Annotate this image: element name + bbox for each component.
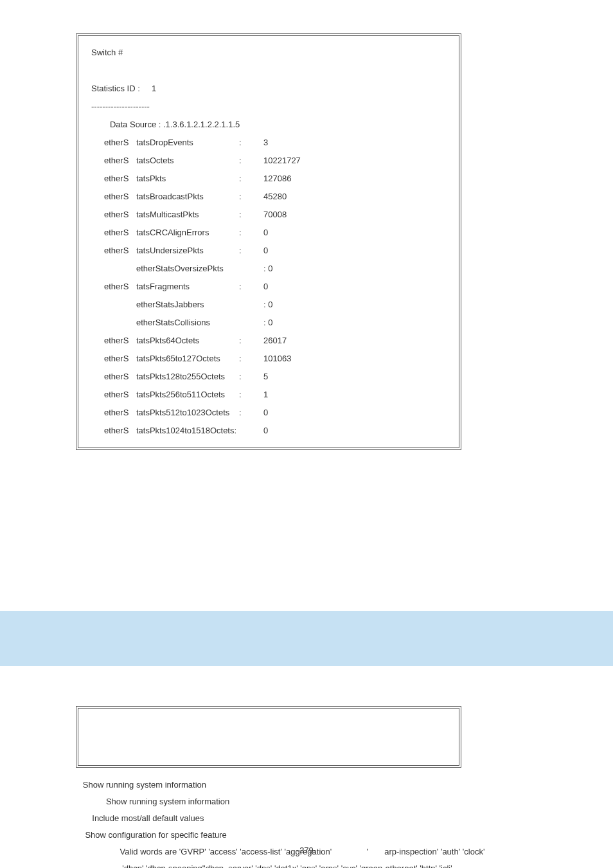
table-row: etherStatsUndersizePkts: 0 [91, 244, 452, 262]
table-row: etherStatsMulticastPkts: 70008 [91, 208, 452, 226]
table-row: etherStatsDropEvents: 3 [91, 136, 452, 154]
table-row: etherStatsPkts64Octets: 26017 [91, 334, 452, 352]
table-row: etherStatsFragments: 0 [91, 280, 452, 298]
definition-line: Show running system information [76, 793, 603, 810]
terminal-data-source: Data Source : .1.3.6.1.2.1.2.2.1.1.5 [91, 118, 452, 136]
syntax-box [76, 706, 461, 768]
table-row: etherStatsCRCAlignErrors: 0 [91, 226, 452, 244]
table-row: etherStatsBroadcastPkts: 45280 [91, 190, 452, 208]
table-row: etherStatsPkts256to511Octets: 1 [91, 388, 452, 406]
definition-line: Show running system information [76, 777, 603, 793]
terminal-stats-id: Statistics ID : 1 [91, 82, 452, 100]
section-band [0, 611, 613, 666]
terminal-output-box: Switch # Statistics ID : 1 -------------… [76, 33, 461, 450]
table-row: etherStatsPkts128to255Octets: 5 [91, 370, 452, 388]
definition-line: 'dhcp' 'dhcp-snooping''dhcp_server' 'dns… [76, 860, 603, 868]
table-row: etherStatsPkts1024to1518Octets:0 [91, 424, 452, 442]
table-row: etherStatsJabbers : 0 [91, 298, 452, 316]
table-row: etherStatsPkts: 127086 [91, 172, 452, 190]
page-number: -379- [0, 845, 613, 855]
table-row: etherStatsOversizePkts : 0 [91, 262, 452, 280]
table-row: etherStatsPkts65to127Octets: 101063 [91, 352, 452, 370]
terminal-separator: --------------------- [91, 100, 452, 118]
table-row: etherStatsPkts512to1023Octets:0 [91, 406, 452, 424]
terminal-prompt: Switch # [91, 46, 452, 64]
table-row: etherStatsCollisions : 0 [91, 316, 452, 334]
definition-line: Include most/all default values [76, 810, 603, 827]
terminal-blank [91, 64, 452, 82]
table-row: etherStatsOctets: 10221727 [91, 154, 452, 172]
definition-line: Show configuration for specific feature [76, 827, 603, 844]
